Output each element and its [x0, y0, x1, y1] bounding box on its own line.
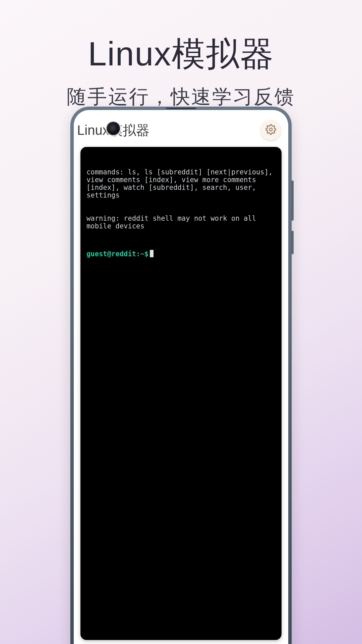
terminal-output-line: warning: reddit shell may not work on al… — [86, 215, 276, 230]
terminal[interactable]: commands: ls, ls [subreddit] [next|previ… — [80, 147, 282, 640]
prompt-path: ~ — [140, 250, 144, 258]
prompt-sep: : — [136, 250, 140, 258]
prompt-symbol: $ — [144, 250, 148, 258]
prompt-user-host: guest@reddit — [86, 250, 136, 258]
terminal-cursor — [150, 250, 154, 257]
terminal-prompt[interactable]: guest@reddit:~$ — [86, 250, 276, 258]
marketing-title: Linux模拟器 — [0, 32, 362, 77]
marketing-header: Linux模拟器 随手运行，快速学习反馈 — [0, 32, 362, 110]
phone-frame: Linux模拟器 commands: ls, ls [subreddit] [n… — [70, 107, 292, 644]
phone-side-button — [292, 180, 294, 221]
phone-camera-hole — [107, 122, 120, 135]
app-bar: Linux模拟器 — [74, 117, 288, 144]
marketing-subtitle: 随手运行，快速学习反馈 — [0, 84, 362, 110]
phone-side-button — [292, 231, 294, 254]
phone-speaker — [166, 108, 196, 109]
svg-point-0 — [269, 128, 273, 131]
terminal-output-line: commands: ls, ls [subreddit] [next|previ… — [86, 168, 276, 199]
gear-icon — [265, 124, 276, 136]
phone-screen: Linux模拟器 commands: ls, ls [subreddit] [n… — [74, 110, 288, 644]
settings-button[interactable] — [261, 120, 281, 140]
